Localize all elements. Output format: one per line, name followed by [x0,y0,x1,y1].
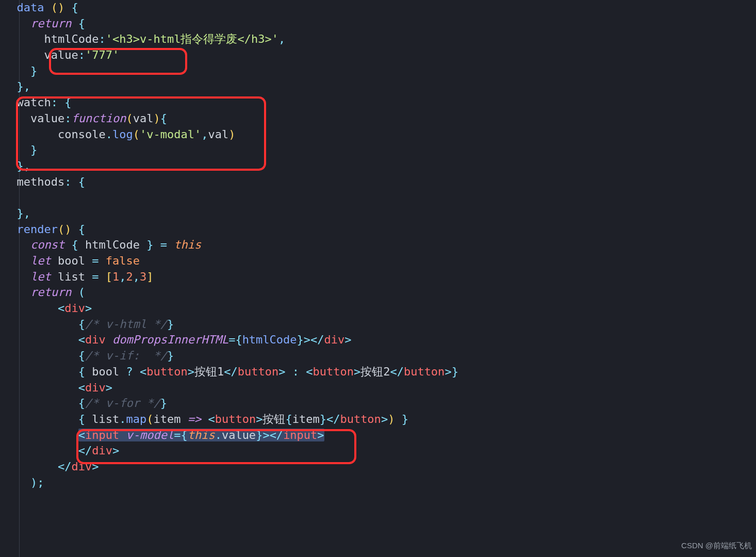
code-line[interactable]: {/* v-if: */} [0,348,756,364]
code-line[interactable]: }, [0,158,756,174]
code-editor[interactable]: data () { return { htmlCode:'<h3>v-html指… [0,0,756,557]
code-line[interactable]: <div domPropsInnerHTML={htmlCode}></div> [0,332,756,348]
code-line[interactable]: value:'777' [0,47,756,63]
code-line[interactable]: } [0,142,756,158]
code-line[interactable]: return ( [0,285,756,301]
code-line[interactable]: return { [0,16,756,32]
code-line[interactable]: value:function(val){ [0,111,756,127]
code-line[interactable]: let list = [1,2,3] [0,269,756,285]
code-line[interactable]: methods: { [0,174,756,190]
code-line[interactable]: { list.map(item => <button>按钮{item}</but… [0,412,756,428]
code-line[interactable]: } [0,63,756,79]
code-line[interactable]: <div> [0,301,756,317]
code-line[interactable]: }, [0,206,756,222]
code-line[interactable]: <input v-model={this.value}></input> [0,428,756,444]
code-line[interactable]: {/* v-html */} [0,317,756,333]
code-line[interactable]: data () { [0,0,756,16]
code-line[interactable]: watch: { [0,95,756,111]
code-line[interactable]: }, [0,79,756,95]
code-line[interactable]: { bool ? <button>按钮1</button> : <button>… [0,364,756,380]
code-line[interactable]: const { htmlCode } = this [0,237,756,253]
code-line[interactable]: console.log('v-modal',val) [0,127,756,143]
code-block[interactable]: data () { return { htmlCode:'<h3>v-html指… [0,0,756,490]
code-line[interactable]: </div> [0,443,756,459]
watermark: CSDN @前端纸飞机 [681,538,752,554]
code-line[interactable]: </div> [0,459,756,475]
code-line[interactable]: render() { [0,222,756,238]
code-line[interactable] [0,190,756,206]
code-line[interactable]: ); [0,475,756,491]
code-line[interactable]: {/* v-for */} [0,396,756,412]
code-line[interactable]: let bool = false [0,253,756,269]
code-line[interactable]: <div> [0,380,756,396]
code-line[interactable]: htmlCode:'<h3>v-html指令得学废</h3>', [0,31,756,47]
